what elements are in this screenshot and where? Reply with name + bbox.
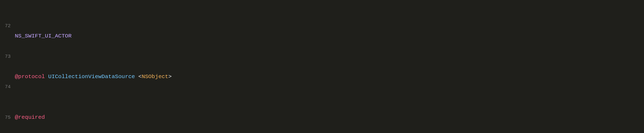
token-directive: @required xyxy=(15,114,45,120)
line-number: 72 xyxy=(0,21,11,31)
code-area[interactable]: NS_SWIFT_UI_ACTOR @protocol UICollection… xyxy=(15,1,644,133)
code-line[interactable]: @required xyxy=(15,112,644,123)
token-protocol-name: UICollectionViewDataSource xyxy=(48,74,135,80)
token xyxy=(45,74,48,80)
token-type: NSObject xyxy=(142,74,168,80)
code-line[interactable]: @protocol UICollectionViewDataSource <NS… xyxy=(15,72,644,82)
token-directive: @protocol xyxy=(15,74,45,80)
token: > xyxy=(168,74,172,80)
token: < xyxy=(135,74,142,80)
code-editor[interactable]: 72 73 74 75 76 77 78 79 80 81 82 83 84 N… xyxy=(0,0,644,133)
line-number: 73 xyxy=(0,51,11,62)
line-number-gutter: 72 73 74 75 76 77 78 79 80 81 82 83 84 xyxy=(0,1,15,133)
line-number: 75 xyxy=(0,112,11,123)
token-macro: NS_SWIFT_UI_ACTOR xyxy=(15,33,71,39)
line-number: 74 xyxy=(0,82,11,92)
code-line[interactable]: NS_SWIFT_UI_ACTOR xyxy=(15,31,644,41)
